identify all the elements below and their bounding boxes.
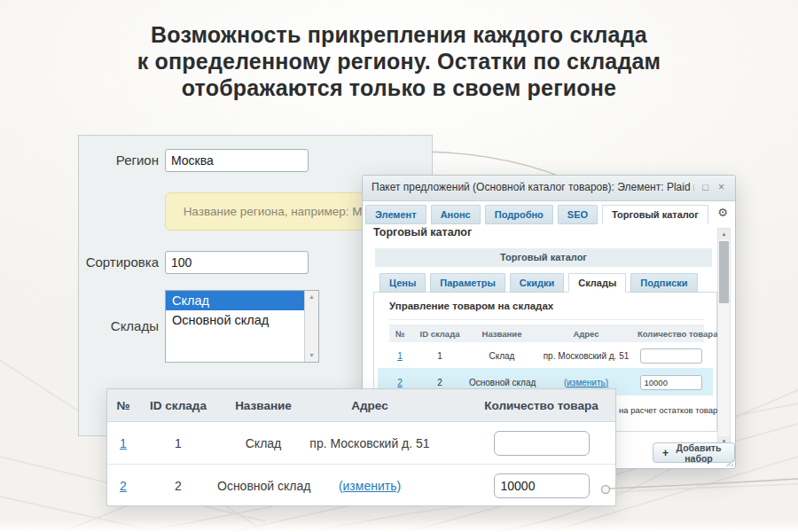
cell-id: 1 xyxy=(411,351,469,361)
scroll-up-icon[interactable]: ▲ xyxy=(305,291,318,303)
change-address-link[interactable]: (изменить) xyxy=(339,479,401,493)
listbox-scrollbar[interactable]: ▲ ▼ xyxy=(304,291,318,362)
sort-input[interactable] xyxy=(165,251,309,274)
col-header-qty: Количество товара xyxy=(430,399,615,412)
cell-id: 2 xyxy=(411,378,469,387)
qty-input[interactable] xyxy=(640,375,702,390)
warehouse-table: № ID склада Название Адрес Количество то… xyxy=(389,325,704,395)
col-header-num: № xyxy=(389,329,411,339)
subtab-prices[interactable]: Цены xyxy=(379,273,426,293)
add-set-button[interactable]: + Добавить набор xyxy=(653,442,735,463)
table-row: 1 1 Склад пр. Московский д. 51 xyxy=(389,342,704,369)
listbox-option-sklad[interactable]: Склад xyxy=(166,291,318,310)
col-header-id: ID склада xyxy=(139,399,217,412)
bottom-fade xyxy=(0,520,798,532)
cell-address: пр. Московский д. 51 xyxy=(535,351,638,361)
qty-input[interactable] xyxy=(640,348,702,364)
col-header-address: Адрес xyxy=(309,399,430,412)
table-row: 1 1 Склад пр. Московский д. 51 xyxy=(107,422,615,464)
modal-scrollbar[interactable]: ▲ ▼ xyxy=(717,228,731,448)
page: Возможность прикрепления каждого склада … xyxy=(0,0,798,532)
cell-address: пр. Московский д. 51 xyxy=(309,436,430,450)
title-line: отображаются только в своем регионе xyxy=(0,74,798,101)
region-input[interactable] xyxy=(165,149,309,172)
resize-handle[interactable] xyxy=(725,458,733,466)
title-line: к определенному региону. Остатки по скла… xyxy=(0,48,798,74)
table-header-row: № ID склада Название Адрес Количество то… xyxy=(389,325,704,342)
catalog-subtabs: Цены Параметры Скидки Склады Подписки xyxy=(379,273,698,293)
subtab-warehouses[interactable]: Склады xyxy=(568,273,626,293)
subtab-params[interactable]: Параметры xyxy=(430,273,505,293)
scrollbar-thumb[interactable] xyxy=(719,241,729,303)
title-line: Возможность прикрепления каждого склада xyxy=(0,21,798,48)
region-label: Регион xyxy=(79,150,159,171)
col-header-address: Адрес xyxy=(535,329,638,339)
page-title: Возможность прикрепления каждого склада … xyxy=(0,21,798,101)
listbox-option-main-sklad[interactable]: Основной склад xyxy=(166,310,318,330)
settings-gear-icon[interactable]: ⚙ xyxy=(717,207,728,219)
col-header-id: ID склада xyxy=(411,329,469,339)
col-header-qty: Количество товара xyxy=(638,329,704,339)
subtab-discounts[interactable]: Скидки xyxy=(510,273,564,293)
table-header-row: № ID склада Название Адрес Количество то… xyxy=(107,389,615,422)
scroll-down-icon[interactable]: ▼ xyxy=(305,349,318,362)
add-set-label: Добавить набор xyxy=(672,442,725,464)
tab-trade-catalog[interactable]: Торговый каталог xyxy=(602,205,708,224)
warehouses-listbox[interactable]: Склад Основной склад ▲ ▼ xyxy=(165,290,319,363)
tab-podrobno[interactable]: Подробно xyxy=(485,205,553,224)
scroll-up-icon[interactable]: ▲ xyxy=(718,229,730,239)
divider xyxy=(389,319,704,320)
subtab-subscriptions[interactable]: Подписки xyxy=(630,273,697,293)
section-heading: Торговый каталог xyxy=(373,226,472,239)
col-header-num: № xyxy=(107,399,139,412)
close-icon[interactable]: × xyxy=(718,181,724,193)
tab-anons[interactable]: Анонс xyxy=(431,205,481,224)
warehouse-table-heading: Управление товаром на складах xyxy=(389,301,553,311)
sort-label: Сортировка xyxy=(79,252,159,273)
modal-title: Пакет предложений (Основной каталог това… xyxy=(372,181,694,193)
qty-input[interactable] xyxy=(494,431,590,456)
row-num-link[interactable]: 1 xyxy=(120,436,127,450)
col-header-name: Название xyxy=(469,329,535,339)
warehouses-label: Склады xyxy=(79,316,159,337)
row-num-link[interactable]: 2 xyxy=(120,479,127,493)
plus-icon: + xyxy=(662,447,669,459)
cell-name: Основной склад xyxy=(217,479,309,493)
catalog-band: Торговый каталог xyxy=(375,248,712,267)
col-header-name: Название xyxy=(217,399,309,412)
cell-name: Основной склад xyxy=(469,378,535,387)
cell-name: Склад xyxy=(217,436,309,450)
qty-input[interactable] xyxy=(494,473,590,498)
cell-id: 2 xyxy=(139,479,217,493)
modal-tabs: Элемент Анонс Подробно SEO Торговый ката… xyxy=(365,205,708,224)
change-address-link[interactable]: (изменить) xyxy=(564,378,608,387)
stock-note: на расчет остатков товара. xyxy=(619,405,724,415)
row-num-link[interactable]: 1 xyxy=(397,351,403,361)
cell-name: Склад xyxy=(469,351,535,361)
tab-element[interactable]: Элемент xyxy=(365,205,426,224)
cell-id: 1 xyxy=(139,436,217,450)
warehouse-table-zoom: № ID склада Название Адрес Количество то… xyxy=(106,388,616,506)
modal-titlebar[interactable]: Пакет предложений (Основной каталог това… xyxy=(363,176,735,201)
table-row: 2 2 Основной склад (изменить) xyxy=(107,464,615,506)
maximize-icon[interactable]: □ xyxy=(702,181,708,193)
row-num-link[interactable]: 2 xyxy=(397,378,403,387)
tab-seo[interactable]: SEO xyxy=(558,205,598,224)
